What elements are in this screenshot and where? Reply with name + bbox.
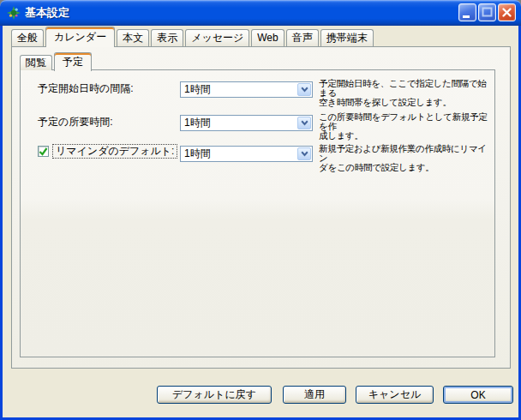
duration-label: 予定の所要時間: (38, 117, 113, 128)
schedule-tab-page: 予定開始日時の間隔: 1時間 予定開始日時を、ここで指定した間隔で始まる 空き時… (20, 69, 495, 357)
minimize-button[interactable] (458, 3, 476, 21)
maximize-button[interactable] (478, 3, 496, 21)
tab-schedule[interactable]: 予定 (54, 52, 92, 71)
tab-message[interactable]: メッセージ (185, 29, 249, 46)
duration-description: この所要時間をデフォルトとして新規予定を作 成します。 (319, 112, 494, 141)
tab-mobile[interactable]: 携帯端末 (320, 29, 374, 46)
reminder-default-checkbox[interactable] (38, 146, 49, 157)
combobox-value: 1時間 (181, 147, 296, 161)
outer-tab-strip: 全般 カレンダー 本文 表示 メッセージ Web 音声 携帯端末 (11, 27, 375, 46)
start-interval-description: 予定開始日時を、ここで指定した間隔で始まる 空き時間帯を探して設定します。 (319, 79, 494, 107)
chevron-down-icon (297, 117, 311, 129)
reminder-default-combobox[interactable]: 1時間 (180, 146, 313, 162)
apply-button[interactable]: 適用 (283, 386, 346, 404)
start-interval-label: 予定開始日時の間隔: (38, 83, 134, 94)
reminder-default-description: 新規予定および新規作業の作成時にリマイン ダをこの時間で設定します。 (319, 144, 494, 172)
duration-combobox[interactable]: 1時間 (180, 115, 313, 131)
title-bar[interactable]: 基本設定 (0, 0, 521, 26)
tab-general[interactable]: 全般 (11, 29, 44, 46)
chevron-down-icon (297, 147, 311, 160)
ok-button[interactable]: OK (443, 386, 513, 404)
reminder-default-label[interactable]: リマインダのデフォルト: (52, 144, 177, 159)
tab-calendar[interactable]: カレンダー (45, 27, 115, 47)
cancel-button[interactable]: キャンセル (356, 386, 434, 404)
close-button[interactable] (498, 3, 516, 21)
combobox-value: 1時間 (181, 116, 296, 130)
restore-defaults-button[interactable]: デフォルトに戻す (157, 386, 272, 404)
tab-browse[interactable]: 閲覧 (20, 55, 52, 70)
tab-web[interactable]: Web (251, 29, 284, 46)
settings-dialog: 基本設定 全般 カレンダー 本文 表示 メッセージ Web 音声 携帯端末 閲覧 (0, 0, 521, 420)
checkmark-icon (39, 147, 48, 156)
start-interval-combobox[interactable]: 1時間 (180, 81, 313, 98)
tab-body-text[interactable]: 本文 (117, 29, 149, 46)
tab-voice[interactable]: 音声 (286, 29, 319, 46)
dialog-body: 全般 カレンダー 本文 表示 メッセージ Web 音声 携帯端末 閲覧 予定 予… (0, 26, 521, 420)
window-title: 基本設定 (25, 0, 69, 26)
app-icon (7, 6, 21, 20)
inner-tab-strip: 閲覧 予定 (20, 51, 93, 70)
chevron-down-icon (297, 83, 311, 96)
combobox-value: 1時間 (181, 82, 296, 97)
tab-display[interactable]: 表示 (151, 29, 183, 46)
calendar-tab-page: 閲覧 予定 予定開始日時の間隔: 1時間 予定開始日時を、ここで指定した間隔で始… (11, 46, 511, 369)
